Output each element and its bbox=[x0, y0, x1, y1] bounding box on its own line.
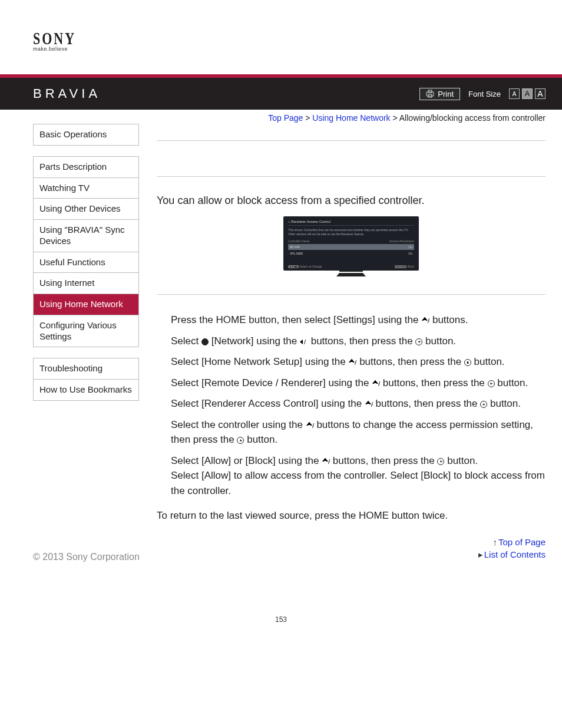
list-of-contents-link[interactable]: ▸List of Contents bbox=[157, 549, 546, 560]
sidebar-group-2: Parts Description Watching TV Using Othe… bbox=[33, 156, 139, 348]
separator bbox=[157, 140, 546, 141]
sidebar-item-configuring-settings[interactable]: Configuring Various Settings bbox=[34, 315, 138, 347]
tv-stand bbox=[336, 273, 366, 276]
font-size-label: Font Size bbox=[468, 90, 501, 98]
font-size-picker: A A A bbox=[509, 88, 546, 99]
copyright: © 2013 Sony Corporation bbox=[33, 552, 140, 562]
tv-neck bbox=[339, 271, 363, 272]
enter-icon bbox=[437, 458, 444, 465]
tv-columns: Controller NameAccess Permission bbox=[288, 239, 414, 243]
font-size-large[interactable]: A bbox=[535, 88, 546, 99]
step-7: Select [Allow] or [Block] using the butt… bbox=[171, 453, 546, 499]
tv-footer: ▲▼◀▶ Select ⊕ Change RETURN Back bbox=[288, 265, 414, 268]
top-bar: BRAVIA Print Font Size A A A bbox=[0, 78, 562, 110]
intro-text: You can allow or block access from a spe… bbox=[157, 195, 546, 207]
steps: Press the HOME button, then select [Sett… bbox=[171, 312, 546, 498]
sidebar-item-troubleshooting[interactable]: Troubleshooting bbox=[34, 358, 138, 380]
step-2: Select [Network] using the buttons, then… bbox=[171, 334, 546, 349]
separator bbox=[157, 176, 546, 177]
up-down-icon bbox=[322, 458, 330, 465]
tv-mock: ⌂ Renderer Access Control This shows Con… bbox=[283, 216, 419, 276]
enter-icon bbox=[415, 338, 422, 345]
caret-right-icon: ▸ bbox=[478, 549, 483, 559]
step-6: Select the controller using the buttons … bbox=[171, 417, 546, 447]
brand-header: SONY make.believe bbox=[0, 0, 562, 52]
bottom-links: ↑Top of Page ▸List of Contents bbox=[157, 537, 546, 560]
print-label: Print bbox=[438, 90, 454, 98]
sidebar-item-basic-operations[interactable]: Basic Operations bbox=[34, 124, 138, 145]
up-down-icon bbox=[421, 317, 429, 324]
final-note: To return to the last viewed source, pre… bbox=[157, 510, 546, 522]
page-number: 153 bbox=[0, 615, 562, 641]
enter-icon bbox=[480, 401, 487, 408]
font-size-small[interactable]: A bbox=[509, 88, 520, 99]
step-4: Select [Remote Device / Renderer] using … bbox=[171, 375, 546, 391]
globe-icon bbox=[201, 338, 209, 345]
sidebar-group-3: Troubleshooting How to Use Bookmarks bbox=[33, 358, 139, 401]
print-icon bbox=[426, 90, 434, 98]
sony-logo: SONY bbox=[33, 28, 562, 49]
sidebar-item-home-network[interactable]: Using Home Network bbox=[34, 294, 138, 315]
up-down-icon bbox=[372, 380, 380, 387]
sidebar-item-bravia-sync[interactable]: Using "BRAVIA" Sync Devices bbox=[34, 220, 138, 252]
separator bbox=[157, 294, 546, 295]
step-1: Press the HOME button, then select [Sett… bbox=[171, 312, 546, 328]
product-name: BRAVIA bbox=[33, 86, 101, 101]
breadcrumb-current: Allowing/blocking access from controller bbox=[399, 113, 546, 123]
sidebar-item-using-internet[interactable]: Using Internet bbox=[34, 273, 138, 294]
tv-row: BD-440On bbox=[288, 244, 414, 250]
breadcrumb-sep: > bbox=[392, 113, 397, 123]
step-5: Select [Renderer Access Control] using t… bbox=[171, 396, 546, 411]
up-down-icon bbox=[365, 401, 373, 408]
tv-row: VPL-5800On bbox=[288, 251, 414, 256]
left-right-icon bbox=[300, 338, 308, 345]
enter-icon bbox=[237, 437, 244, 444]
enter-icon bbox=[464, 359, 471, 366]
top-of-page-link[interactable]: ↑Top of Page bbox=[157, 537, 546, 547]
sidebar-item-parts-description[interactable]: Parts Description bbox=[34, 157, 138, 178]
step-3: Select [Home Network Setup] using the bu… bbox=[171, 354, 546, 370]
tv-desc: This shows Controllers that can be acces… bbox=[288, 228, 414, 236]
arrow-up-icon: ↑ bbox=[492, 537, 497, 547]
tv-title: ⌂ Renderer Access Control bbox=[288, 220, 414, 226]
breadcrumb-sep: > bbox=[305, 113, 310, 123]
sidebar-item-useful-functions[interactable]: Useful Functions bbox=[34, 252, 138, 274]
tv-screen: ⌂ Renderer Access Control This shows Con… bbox=[283, 216, 419, 271]
sidebar-item-other-devices[interactable]: Using Other Devices bbox=[34, 199, 138, 220]
up-down-icon bbox=[348, 359, 356, 366]
print-button[interactable]: Print bbox=[419, 88, 460, 100]
main-content: Top Page > Using Home Network > Allowing… bbox=[157, 110, 546, 562]
breadcrumb-top[interactable]: Top Page bbox=[268, 113, 303, 123]
sidebar-group-1: Basic Operations bbox=[33, 124, 139, 146]
font-size-medium[interactable]: A bbox=[522, 88, 533, 99]
breadcrumb-mid[interactable]: Using Home Network bbox=[312, 113, 390, 123]
enter-icon bbox=[488, 380, 495, 387]
sidebar-item-watching-tv[interactable]: Watching TV bbox=[34, 178, 138, 199]
sidebar-item-bookmarks[interactable]: How to Use Bookmarks bbox=[34, 380, 138, 400]
up-down-icon bbox=[306, 422, 314, 429]
sidebar: Basic Operations Parts Description Watch… bbox=[33, 110, 139, 562]
breadcrumb: Top Page > Using Home Network > Allowing… bbox=[157, 113, 546, 123]
